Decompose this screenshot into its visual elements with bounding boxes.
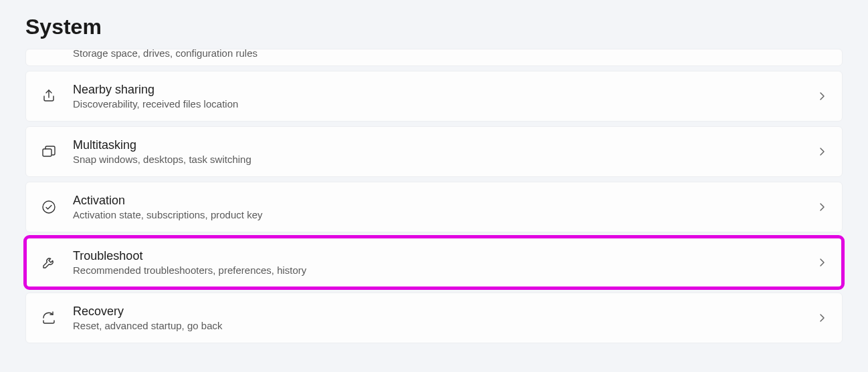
row-subtitle: Activation state, subscriptions, product… bbox=[73, 209, 817, 220]
row-subtitle: Discoverability, received files location bbox=[73, 98, 817, 110]
windows-stack-icon bbox=[41, 144, 57, 160]
row-text: Activation Activation state, subscriptio… bbox=[73, 194, 817, 220]
row-title: Recovery bbox=[73, 305, 817, 319]
row-text: Storage Storage space, drives, configura… bbox=[73, 49, 817, 59]
row-title: Activation bbox=[73, 194, 817, 208]
recovery-icon bbox=[41, 310, 57, 326]
row-text: Multitasking Snap windows, desktops, tas… bbox=[73, 138, 817, 165]
row-title: Nearby sharing bbox=[73, 83, 817, 97]
row-title: Multitasking bbox=[73, 138, 817, 152]
svg-rect-0 bbox=[43, 149, 51, 156]
settings-row-nearby-sharing[interactable]: Nearby sharing Discoverability, received… bbox=[25, 71, 843, 122]
row-title: Troubleshoot bbox=[73, 249, 817, 263]
settings-row-troubleshoot[interactable]: Troubleshoot Recommended troubleshooters… bbox=[25, 237, 843, 288]
svg-point-1 bbox=[43, 201, 55, 213]
row-subtitle: Snap windows, desktops, task switching bbox=[73, 154, 817, 165]
settings-row-storage[interactable]: Storage Storage space, drives, configura… bbox=[25, 49, 843, 66]
row-subtitle: Recommended troubleshooters, preferences… bbox=[73, 264, 817, 276]
row-subtitle: Reset, advanced startup, go back bbox=[73, 320, 817, 331]
share-icon bbox=[41, 88, 57, 104]
page-title: System bbox=[0, 0, 868, 49]
check-circle-icon bbox=[41, 199, 57, 215]
settings-list: Storage Storage space, drives, configura… bbox=[0, 49, 868, 343]
wrench-icon bbox=[41, 254, 57, 270]
row-subtitle: Storage space, drives, configuration rul… bbox=[73, 49, 817, 59]
row-text: Nearby sharing Discoverability, received… bbox=[73, 83, 817, 110]
chevron-right-icon bbox=[817, 91, 827, 102]
chevron-right-icon bbox=[817, 202, 827, 212]
row-text: Troubleshoot Recommended troubleshooters… bbox=[73, 249, 817, 276]
chevron-right-icon bbox=[817, 146, 827, 157]
chevron-right-icon bbox=[817, 257, 827, 268]
settings-row-multitasking[interactable]: Multitasking Snap windows, desktops, tas… bbox=[25, 126, 843, 177]
row-text: Recovery Reset, advanced startup, go bac… bbox=[73, 305, 817, 331]
settings-row-activation[interactable]: Activation Activation state, subscriptio… bbox=[25, 182, 843, 232]
settings-row-recovery[interactable]: Recovery Reset, advanced startup, go bac… bbox=[25, 293, 843, 343]
chevron-right-icon bbox=[817, 313, 827, 323]
